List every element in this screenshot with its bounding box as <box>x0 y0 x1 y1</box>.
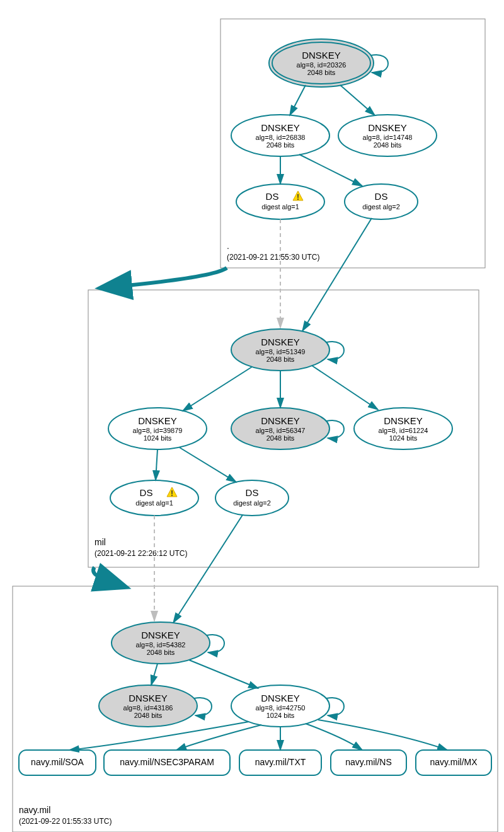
mil-zsk2-node: DNSKEY alg=8, id=56347 2048 bits <box>231 408 329 449</box>
svg-text:DS: DS <box>140 487 153 498</box>
svg-text:DNSKEY: DNSKEY <box>302 50 341 61</box>
root-zsk2-node: DNSKEY alg=8, id=14748 2048 bits <box>338 115 437 156</box>
svg-text:DS: DS <box>266 191 279 202</box>
svg-text:navy.mil/NS: navy.mil/NS <box>345 757 392 767</box>
svg-text:DS: DS <box>246 487 259 498</box>
svg-text:2048 bits: 2048 bits <box>266 141 295 149</box>
delegation-arrow-mil-navy <box>93 567 113 583</box>
svg-text:DNSKEY: DNSKEY <box>368 122 407 133</box>
svg-text:DNSKEY: DNSKEY <box>261 415 300 426</box>
edge <box>299 154 362 186</box>
root-ds2-node: DS digest alg=2 <box>345 184 418 219</box>
svg-text:digest alg=2: digest alg=2 <box>233 499 271 507</box>
delegation-arrow-root-mil <box>113 268 227 287</box>
svg-text:DS: DS <box>375 191 388 202</box>
rr-txt: navy.mil/TXT <box>239 750 321 775</box>
svg-text:alg=8, id=61224: alg=8, id=61224 <box>379 427 428 434</box>
svg-text:alg=8, id=42750: alg=8, id=42750 <box>256 704 306 712</box>
mil-zsk1-node: DNSKEY alg=8, id=39879 1024 bits <box>108 408 207 449</box>
zone-root-time: (2021-09-21 21:55:30 UTC) <box>227 253 319 262</box>
edge <box>340 85 375 115</box>
edge <box>183 367 252 411</box>
edge <box>180 448 236 482</box>
svg-text:DNSKEY: DNSKEY <box>384 415 423 426</box>
svg-text:DNSKEY: DNSKEY <box>141 630 180 640</box>
svg-text:1024 bits: 1024 bits <box>389 434 418 442</box>
svg-text:DNSKEY: DNSKEY <box>261 122 300 133</box>
svg-text:alg=8, id=26838: alg=8, id=26838 <box>256 134 306 141</box>
edge <box>151 664 158 685</box>
svg-text:1024 bits: 1024 bits <box>144 434 172 442</box>
root-ksk-node: DNSKEY alg=8, id=20326 2048 bits <box>269 39 374 87</box>
svg-text:navy.mil/MX: navy.mil/MX <box>430 757 478 767</box>
svg-text:DNSKEY: DNSKEY <box>261 337 300 347</box>
svg-text:2048 bits: 2048 bits <box>266 355 295 363</box>
zone-root-label: . <box>227 241 229 251</box>
edge <box>302 218 372 331</box>
rr-nsec3param: navy.mil/NSEC3PARAM <box>104 750 230 775</box>
svg-text:1024 bits: 1024 bits <box>266 712 295 719</box>
svg-point-13 <box>236 184 324 219</box>
edge <box>173 515 243 623</box>
svg-text:alg=8, id=56347: alg=8, id=56347 <box>256 427 306 434</box>
svg-text:DNSKEY: DNSKEY <box>138 415 177 426</box>
navy-zsk2-node: DNSKEY alg=8, id=42750 1024 bits <box>231 685 329 727</box>
edge <box>306 724 362 750</box>
edge <box>176 725 261 750</box>
edge <box>290 85 306 115</box>
svg-text:DNSKEY: DNSKEY <box>261 693 300 703</box>
svg-text:!: ! <box>297 193 299 202</box>
navy-ksk-node: DNSKEY alg=8, id=54382 2048 bits <box>112 622 210 664</box>
zone-navy-label: navy.mil <box>19 805 50 815</box>
root-ds1-node: DS digest alg=1 ! <box>236 184 324 219</box>
zone-mil-label: mil <box>94 537 106 547</box>
edge <box>318 720 447 750</box>
svg-text:navy.mil/TXT: navy.mil/TXT <box>255 757 306 767</box>
svg-point-40 <box>215 480 289 516</box>
svg-point-17 <box>345 184 418 219</box>
svg-text:alg=8, id=43186: alg=8, id=43186 <box>123 704 173 712</box>
svg-text:alg=8, id=54382: alg=8, id=54382 <box>136 641 186 649</box>
mil-ksk-node: DNSKEY alg=8, id=51349 2048 bits <box>231 329 329 371</box>
svg-text:!: ! <box>171 489 173 498</box>
svg-text:digest alg=1: digest alg=1 <box>135 499 173 507</box>
edge <box>189 660 258 688</box>
root-zsk1-node: DNSKEY alg=8, id=26838 2048 bits <box>231 115 329 156</box>
svg-text:alg=8, id=39879: alg=8, id=39879 <box>133 427 183 434</box>
svg-point-36 <box>110 480 198 516</box>
svg-text:2048 bits: 2048 bits <box>307 69 336 76</box>
rr-mx: navy.mil/MX <box>416 750 491 775</box>
svg-text:digest alg=1: digest alg=1 <box>261 203 299 211</box>
edge <box>156 449 158 480</box>
edge <box>312 366 378 410</box>
zone-mil-time: (2021-09-21 22:26:12 UTC) <box>94 549 187 558</box>
mil-ds2-node: DS digest alg=2 <box>215 480 289 516</box>
zone-navy-time: (2021-09-22 01:55:33 UTC) <box>19 817 112 826</box>
svg-text:2048 bits: 2048 bits <box>134 712 163 719</box>
svg-text:2048 bits: 2048 bits <box>147 649 175 656</box>
svg-text:digest alg=2: digest alg=2 <box>362 203 400 211</box>
svg-text:alg=8, id=14748: alg=8, id=14748 <box>363 134 413 141</box>
svg-text:DNSKEY: DNSKEY <box>129 693 168 703</box>
svg-text:2048 bits: 2048 bits <box>374 141 402 149</box>
svg-text:alg=8, id=20326: alg=8, id=20326 <box>297 61 346 69</box>
svg-text:2048 bits: 2048 bits <box>266 434 295 442</box>
mil-ds1-node: DS digest alg=1 ! <box>110 480 198 516</box>
rr-ns: navy.mil/NS <box>331 750 406 775</box>
rr-soa: navy.mil/SOA <box>19 750 96 775</box>
svg-text:navy.mil/SOA: navy.mil/SOA <box>31 757 84 767</box>
svg-text:alg=8, id=51349: alg=8, id=51349 <box>256 348 306 355</box>
mil-zsk3-node: DNSKEY alg=8, id=61224 1024 bits <box>354 408 452 449</box>
svg-text:navy.mil/NSEC3PARAM: navy.mil/NSEC3PARAM <box>120 757 214 767</box>
navy-zsk1-node: DNSKEY alg=8, id=43186 2048 bits <box>99 685 197 727</box>
